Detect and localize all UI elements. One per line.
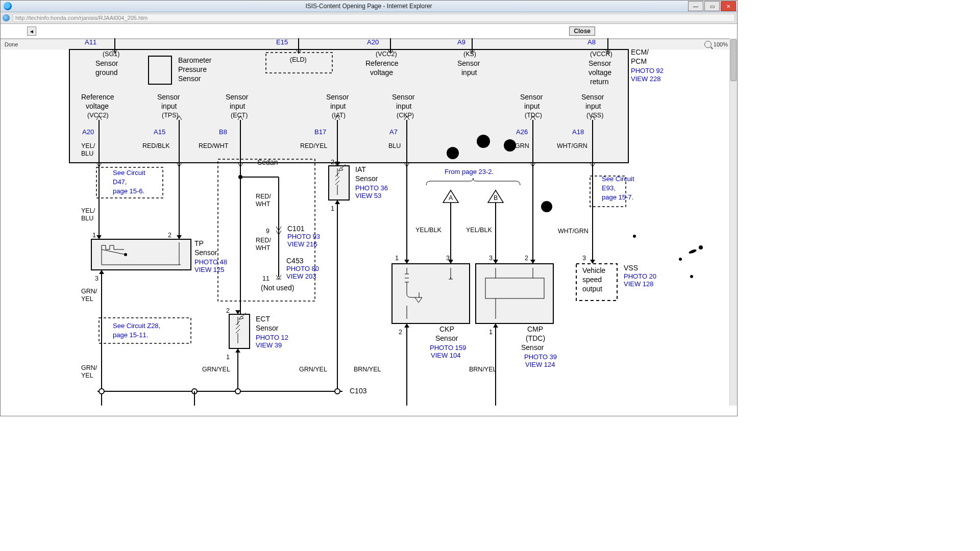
- svg-text:A20: A20: [367, 38, 379, 46]
- svg-text:ground: ground: [95, 68, 118, 77]
- page-toolbar: ◄ Close: [1, 24, 737, 39]
- svg-text:CMP: CMP: [527, 325, 543, 333]
- svg-text:PHOTO 92: PHOTO 92: [631, 67, 664, 74]
- svg-text:(SG1): (SG1): [103, 51, 119, 58]
- svg-text:2: 2: [525, 255, 528, 262]
- svg-marker-177: [493, 323, 498, 328]
- svg-point-212: [633, 235, 636, 238]
- svg-text:VIEW 203: VIEW 203: [286, 272, 316, 280]
- svg-text:3: 3: [489, 255, 493, 262]
- svg-text:input: input: [585, 102, 601, 110]
- svg-text:YEL/BLK: YEL/BLK: [466, 227, 492, 234]
- svg-text:VIEW 125: VIEW 125: [194, 266, 225, 273]
- svg-text:1: 1: [226, 354, 230, 361]
- svg-text:YEL: YEL: [81, 295, 93, 303]
- svg-point-204: [235, 389, 240, 394]
- svg-text:(VCCR): (VCCR): [590, 51, 612, 58]
- svg-text:(VCC2): (VCC2): [376, 51, 397, 58]
- svg-rect-161: [392, 264, 470, 323]
- svg-text:output: output: [582, 285, 602, 293]
- svg-text:Sensor: Sensor: [326, 93, 349, 101]
- ie-icon: [4, 2, 12, 10]
- window-title: ISIS-Content Opening Page - Internet Exp…: [305, 3, 432, 10]
- svg-text:D47,: D47,: [113, 178, 127, 186]
- page-close-button[interactable]: Close: [569, 27, 595, 36]
- svg-point-208: [447, 147, 459, 159]
- svg-text:IAT: IAT: [355, 165, 366, 173]
- svg-point-215: [699, 245, 703, 249]
- svg-point-216: [690, 275, 693, 278]
- svg-text:Sensor: Sensor: [95, 59, 118, 67]
- magnifier-icon: [704, 41, 712, 48]
- svg-marker-128: [335, 200, 340, 204]
- svg-point-202: [99, 389, 104, 394]
- svg-marker-140: [235, 310, 240, 314]
- svg-text:WHT/GRN: WHT/GRN: [557, 142, 587, 149]
- svg-text:Sensor: Sensor: [256, 324, 279, 332]
- close-window-button[interactable]: ✕: [721, 1, 736, 11]
- svg-point-209: [477, 135, 490, 148]
- svg-text:PHOTO 36: PHOTO 36: [355, 184, 388, 192]
- svg-text:GRN: GRN: [515, 142, 529, 149]
- svg-text:VIEW 228: VIEW 228: [631, 75, 661, 83]
- svg-text:RED/WHT: RED/WHT: [199, 142, 229, 149]
- svg-text:GRN/YEL: GRN/YEL: [202, 366, 230, 373]
- svg-text:E93,: E93,: [602, 184, 616, 192]
- svg-text:Vehicle: Vehicle: [582, 266, 605, 274]
- svg-text:B8: B8: [219, 128, 227, 136]
- svg-text:A: A: [449, 194, 453, 202]
- svg-text:CKP: CKP: [439, 325, 454, 333]
- svg-text:E15: E15: [276, 38, 288, 46]
- svg-text:See Circuit Z28,: See Circuit Z28,: [113, 322, 160, 330]
- svg-marker-175: [493, 260, 498, 264]
- svg-text:page 15-11.: page 15-11.: [113, 331, 148, 339]
- svg-text:Sensor: Sensor: [520, 93, 543, 101]
- svg-text:(TDC): (TDC): [525, 112, 542, 119]
- svg-text:Sensor: Sensor: [457, 59, 480, 67]
- svg-text:VIEW 104: VIEW 104: [431, 352, 461, 359]
- content-area: ◄ Close ECM/ PCM PHOTO 92 VIEW 228 A11 E…: [1, 24, 737, 416]
- svg-point-213: [679, 258, 682, 261]
- svg-text:VSS: VSS: [624, 264, 638, 272]
- svg-text:input: input: [161, 102, 177, 110]
- svg-text:RED/: RED/: [256, 237, 271, 244]
- svg-text:WHT: WHT: [256, 244, 271, 252]
- maximize-button[interactable]: ▭: [704, 1, 720, 11]
- svg-text:input: input: [230, 102, 245, 110]
- svg-rect-174: [476, 264, 553, 323]
- svg-text:A20: A20: [82, 128, 94, 136]
- ie-window: ISIS-Content Opening Page - Internet Exp…: [0, 0, 738, 416]
- svg-text:Barometer: Barometer: [178, 56, 212, 64]
- url-field[interactable]: http://techinfo.honda.com/rjanisis/RJAAI…: [13, 14, 735, 22]
- svg-text:VIEW 124: VIEW 124: [525, 361, 555, 368]
- svg-text:PHOTO 93: PHOTO 93: [287, 233, 320, 240]
- svg-text:Sensor: Sensor: [178, 74, 201, 83]
- svg-text:Sensor: Sensor: [392, 93, 415, 101]
- svg-marker-162: [404, 260, 409, 264]
- svg-text:C453: C453: [286, 257, 304, 265]
- svg-marker-90: [99, 270, 104, 274]
- scrollbar-thumb[interactable]: [730, 39, 737, 81]
- svg-text:2: 2: [399, 329, 402, 336]
- svg-text:Sensor: Sensor: [589, 59, 611, 67]
- vertical-scrollbar[interactable]: [729, 38, 737, 406]
- svg-text:(VSS): (VSS): [586, 112, 603, 119]
- nav-back-button[interactable]: ◄: [27, 27, 36, 36]
- svg-text:A9: A9: [457, 38, 465, 46]
- svg-text:speed: speed: [582, 276, 602, 284]
- svg-text:GRN/: GRN/: [81, 364, 97, 371]
- svg-text:Reference: Reference: [81, 93, 114, 101]
- svg-text:Sensor: Sensor: [194, 248, 217, 257]
- svg-text:Reference: Reference: [365, 59, 399, 67]
- svg-text:BLU: BLU: [81, 150, 93, 157]
- svg-text:Sensor: Sensor: [355, 174, 378, 183]
- svg-text:YEL/: YEL/: [81, 142, 95, 149]
- minimize-button[interactable]: —: [688, 1, 703, 11]
- svg-text:input: input: [396, 102, 411, 110]
- svg-marker-194: [590, 260, 595, 264]
- svg-text:A15: A15: [154, 128, 165, 136]
- svg-text:(TPS): (TPS): [162, 112, 179, 119]
- svg-text:RED/YEL: RED/YEL: [300, 142, 328, 149]
- svg-text:1: 1: [489, 329, 493, 336]
- svg-text:B17: B17: [314, 128, 326, 136]
